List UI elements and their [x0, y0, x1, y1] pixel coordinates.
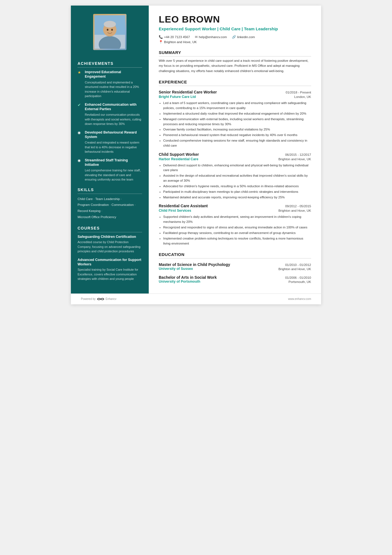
main-content: LEO BROWN Experienced Support Worker | C…: [149, 6, 321, 293]
skills-list: Child Care · Team Leadership · Program C…: [78, 196, 142, 220]
contact-row: 📞 +44 20 7123 4567 ✉ help@enhancv.com 🔗 …: [159, 35, 311, 39]
bullet-item: Advocated for children's hygiene needs, …: [163, 184, 311, 189]
candidate-name: LEO BROWN: [159, 14, 311, 25]
job-title: Senior Residential Care Worker: [159, 90, 217, 94]
achievement-desc: Conceptualized and implemented a structu…: [78, 80, 142, 98]
circle-icon: ◉: [78, 130, 83, 135]
achievement-item: ★ Improved Educational Engagement Concep…: [78, 70, 142, 98]
course-desc: Specialist training by Social Care Insti…: [78, 267, 142, 281]
job-bullets: Supported children's daily activities an…: [159, 214, 311, 246]
bullet-item: Delivered direct support to children, en…: [163, 163, 311, 173]
job-title: Child Support Worker: [159, 152, 199, 157]
bullet-item: Led a team of 5 support workers, coordin…: [163, 101, 311, 111]
achievements-list: ★ Improved Educational Engagement Concep…: [78, 70, 142, 182]
skill-row: Microsoft Office Proficiency: [78, 214, 142, 220]
email-icon: ✉: [195, 35, 198, 39]
company-name: Harbor Residential Care: [159, 157, 198, 161]
experience-section-title: EXPERIENCE: [159, 80, 311, 86]
powered-by-label: Powered by: [81, 297, 96, 300]
skill-row: Record Keeping ·: [78, 208, 142, 214]
linkedin-icon: 🔗: [232, 35, 236, 39]
job-dates: 06/2015 - 12/2017: [285, 153, 311, 156]
achievement-desc: Created and integrated a reward system t…: [78, 140, 142, 154]
education-item: Master of Science in Child Psychology 01…: [159, 262, 311, 271]
edu-school: University of Portsmouth: [159, 280, 200, 284]
brand-name: Enhancv: [106, 297, 116, 300]
course-item: Safeguarding Children Certification Accr…: [78, 235, 142, 254]
enhancv-logo-icon: [97, 297, 105, 301]
linkedin-contact: 🔗 linkedin.com: [232, 35, 255, 39]
course-title: Advanced Communication for Support Worke…: [78, 258, 142, 267]
bullet-item: Participated in multi-disciplinary team …: [163, 189, 311, 194]
edu-degree: Master of Science in Child Psychology: [159, 262, 230, 267]
powered-by: Powered by Enhancv: [81, 297, 116, 301]
achievement-title: Enhanced Communication with External Par…: [85, 102, 142, 112]
achievement-title: Developed Behavioural Reward System: [85, 130, 142, 139]
education-item: Bachelor of Arts in Social Work 01/2006 …: [159, 275, 311, 284]
location-icon: 📍: [159, 40, 163, 44]
bullet-item: Oversaw family contact facilitation, inc…: [163, 127, 311, 132]
job-location: Brighton and Hove, UK: [278, 157, 311, 161]
body-section: ACHIEVEMENTS ★ Improved Educational Enga…: [71, 6, 321, 293]
location-text: Brighton and Hove, UK: [164, 40, 197, 44]
edu-school: University of Sussex: [159, 267, 193, 271]
bullet-item: Managed communication with external bodi…: [163, 117, 311, 127]
edu-degree: Bachelor of Arts in Social Work: [159, 275, 217, 280]
edu-location: Brighton and Hove, UK: [278, 267, 311, 271]
svg-point-6: [111, 29, 113, 31]
sidebar-content: ACHIEVEMENTS ★ Improved Educational Enga…: [71, 56, 149, 293]
achievement-title: Streamlined Staff Training Initiative: [85, 158, 142, 167]
candidate-title: Experienced Support Worker | Child Care …: [159, 26, 311, 32]
job-location: London, UK: [294, 95, 311, 99]
bullet-item: Pioneered a behavioural reward system th…: [163, 133, 311, 138]
education-section-title: EDUCATION: [159, 252, 311, 258]
svg-point-4: [104, 21, 116, 28]
resume-wrapper: ACHIEVEMENTS ★ Improved Educational Enga…: [71, 6, 321, 304]
course-title: Safeguarding Children Certification: [78, 235, 142, 239]
achievement-item: ◉ Streamlined Staff Training Initiative …: [78, 158, 142, 182]
job-bullets: Delivered direct support to children, en…: [159, 163, 311, 200]
edu-dates: 01/2006 - 01/2010: [285, 276, 311, 279]
company-name: Bright Future Care Ltd: [159, 95, 196, 99]
sidebar: ACHIEVEMENTS ★ Improved Educational Enga…: [71, 6, 149, 293]
bullet-item: Implemented a structured daily routine t…: [163, 111, 311, 116]
bullet-item: Maintained detailed and accurate reports…: [163, 195, 311, 200]
bullet-item: Recognized and responded to signs of str…: [163, 225, 311, 230]
summary-section-title: SUMMARY: [159, 50, 311, 56]
phone-contact: 📞 +44 20 7123 4567: [159, 35, 190, 39]
skill-row: Child Care · Team Leadership ·: [78, 196, 142, 202]
svg-point-5: [107, 29, 108, 31]
check-icon: ✔: [78, 103, 83, 107]
courses-list: Safeguarding Children Certification Accr…: [78, 235, 142, 281]
experience-item: Residential Care Assistant 09/2012 - 05/…: [159, 204, 311, 246]
phone-number: +44 20 7123 4567: [164, 35, 190, 39]
job-dates: 01/2018 - Present: [286, 91, 311, 94]
job-dates: 09/2012 - 05/2015: [285, 204, 311, 208]
circle-icon: ◉: [78, 158, 83, 162]
skills-title: SKILLS: [78, 188, 142, 194]
company-name: Child First Services: [159, 209, 191, 213]
photo-area: [71, 6, 149, 56]
skill-row: Program Coordination · Communication ·: [78, 202, 142, 208]
phone-icon: 📞: [159, 35, 163, 39]
edu-dates: 01/2010 - 01/2012: [285, 263, 311, 267]
experience-item: Senior Residential Care Worker 01/2018 -…: [159, 90, 311, 148]
achievement-desc: Revitalized our communication protocols …: [78, 112, 142, 126]
bullet-item: Implemented creative problem-solving tec…: [163, 236, 311, 246]
job-bullets: Led a team of 5 support workers, coordin…: [159, 101, 311, 148]
star-icon: ★: [78, 70, 83, 75]
course-item: Advanced Communication for Support Worke…: [78, 258, 142, 281]
achievement-item: ✔ Enhanced Communication with External P…: [78, 102, 142, 126]
bullet-item: Conducted comprehensive training session…: [163, 138, 311, 148]
bullet-item: Assisted in the design of educational an…: [163, 173, 311, 183]
job-location: Brighton and Hove, UK: [278, 208, 311, 213]
footer: Powered by Enhancv www.enhancv.com: [71, 293, 321, 304]
achievement-title: Improved Educational Engagement: [85, 70, 142, 79]
experience-item: Child Support Worker 06/2015 - 12/2017 H…: [159, 152, 311, 200]
summary-text: With over 5 years of experience in child…: [159, 58, 311, 73]
achievement-desc: Led comprehensive training for new staff…: [78, 168, 142, 182]
course-desc: Accredited course by Child Protection Co…: [78, 240, 142, 254]
bullet-item: Supported children's daily activities an…: [163, 214, 311, 225]
edu-location: Portsmouth, UK: [289, 280, 311, 284]
bullet-item: Facilitated group therapy sessions, cont…: [163, 231, 311, 236]
